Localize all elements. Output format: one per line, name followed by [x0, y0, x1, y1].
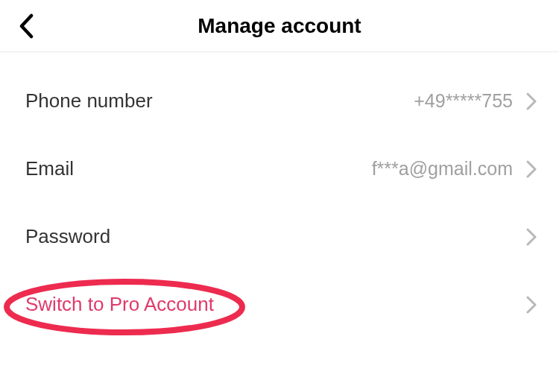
- chevron-left-icon: [18, 13, 34, 39]
- email-row[interactable]: Email f***a@gmail.com: [0, 135, 559, 203]
- password-label: Password: [25, 225, 526, 248]
- settings-list: Phone number +49*****755 Email f***a@gma…: [0, 52, 559, 338]
- email-label: Email: [25, 157, 372, 180]
- chevron-right-icon: [526, 160, 537, 178]
- back-button[interactable]: [18, 13, 34, 39]
- phone-number-label: Phone number: [25, 89, 414, 113]
- phone-number-value: +49*****755: [414, 90, 513, 112]
- page-title: Manage account: [18, 14, 541, 38]
- header: Manage account: [0, 0, 559, 52]
- phone-number-row[interactable]: Phone number +49*****755: [0, 67, 559, 135]
- email-value: f***a@gmail.com: [372, 158, 513, 180]
- chevron-right-icon: [526, 92, 537, 110]
- switch-to-pro-label: Switch to Pro Account: [25, 293, 526, 316]
- switch-to-pro-row[interactable]: Switch to Pro Account: [0, 271, 559, 338]
- password-row[interactable]: Password: [0, 203, 559, 271]
- chevron-right-icon: [526, 296, 537, 314]
- chevron-right-icon: [526, 228, 537, 246]
